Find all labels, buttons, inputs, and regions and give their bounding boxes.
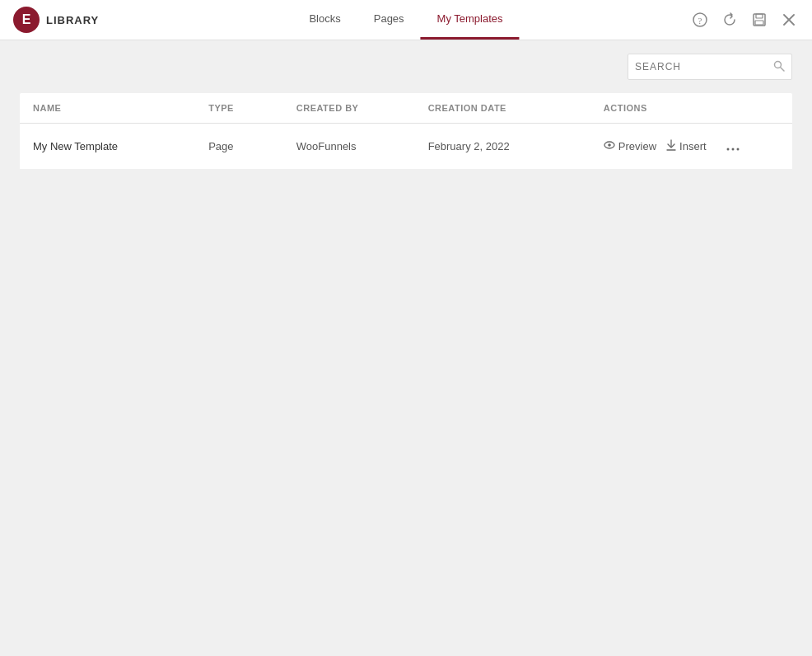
nav-tabs: Blocks Pages My Templates [292, 0, 519, 40]
col-creation-date: CREATION DATE [428, 103, 604, 113]
logo-area: E LIBRARY [0, 7, 112, 33]
insert-button[interactable]: Insert [666, 139, 707, 153]
tab-pages[interactable]: Pages [357, 0, 421, 40]
modal-header: E LIBRARY Blocks Pages My Templates ? [0, 0, 812, 40]
svg-point-14 [731, 148, 734, 150]
help-icon[interactable]: ? [690, 10, 710, 30]
template-actions: Preview Insert [604, 136, 779, 157]
template-name: My New Template [33, 140, 208, 152]
search-area [0, 40, 812, 93]
template-type: Page [208, 140, 296, 152]
refresh-icon[interactable] [720, 10, 740, 30]
tab-my-templates[interactable]: My Templates [421, 0, 520, 40]
svg-point-13 [726, 148, 729, 150]
template-creation-date: February 2, 2022 [428, 140, 604, 152]
search-icon [773, 60, 785, 74]
preview-button[interactable]: Preview [604, 140, 656, 152]
svg-rect-4 [755, 21, 763, 25]
col-type: TYPE [208, 103, 296, 113]
library-label: LIBRARY [46, 14, 99, 26]
search-wrapper [628, 54, 792, 80]
svg-text:?: ? [698, 16, 702, 26]
col-actions: ACTIONS [604, 103, 779, 113]
more-options-button[interactable] [723, 136, 743, 157]
save-icon[interactable] [749, 10, 769, 30]
header-actions: ? [690, 10, 812, 30]
library-modal: E LIBRARY Blocks Pages My Templates ? [0, 0, 812, 656]
template-table: NAME TYPE CREATED BY CREATION DATE ACTIO… [20, 93, 792, 170]
table-row: My New Template Page WooFunnels February… [20, 124, 792, 170]
close-icon[interactable] [779, 10, 799, 30]
col-created-by: CREATED BY [296, 103, 428, 113]
elementor-logo: E [13, 7, 40, 33]
svg-point-15 [736, 148, 739, 150]
search-input[interactable] [635, 61, 773, 73]
svg-line-8 [781, 67, 785, 71]
svg-point-10 [608, 143, 611, 147]
download-icon [666, 139, 676, 153]
col-name: NAME [33, 103, 208, 113]
table-header: NAME TYPE CREATED BY CREATION DATE ACTIO… [20, 93, 792, 124]
eye-icon [604, 140, 615, 152]
template-created-by: WooFunnels [296, 140, 428, 152]
tab-blocks[interactable]: Blocks [292, 0, 357, 40]
